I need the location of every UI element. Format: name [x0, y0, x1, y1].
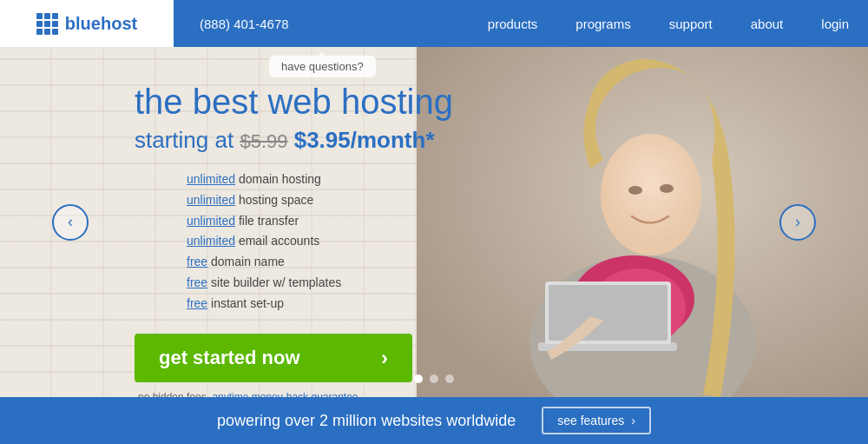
- hero-section: have questions? the best web hosting sta…: [0, 47, 868, 397]
- cta-arrow-icon: ›: [381, 346, 388, 370]
- hero-subheadline: starting at $5.99 $3.95/month*: [135, 127, 560, 154]
- callout-bubble[interactable]: have questions?: [269, 56, 376, 77]
- features-list: unlimited domain hosting unlimited hosti…: [135, 169, 560, 315]
- logo-text: bluehost: [65, 14, 137, 34]
- new-price: $3.95/month*: [294, 127, 435, 153]
- old-price: $5.99: [240, 130, 287, 152]
- feature-2: unlimited hosting space: [187, 190, 560, 211]
- hero-content: the best web hosting starting at $5.99 $…: [135, 82, 560, 397]
- logo-icon: [36, 13, 58, 35]
- guarantee-link[interactable]: anytime money-back guarantee: [212, 391, 358, 397]
- see-features-button[interactable]: see features ›: [542, 407, 651, 434]
- footer-bar: powering over 2 million websites worldwi…: [0, 397, 868, 444]
- feature-4: unlimited email accounts: [187, 231, 560, 252]
- cta-label: get started now: [159, 347, 300, 369]
- feature-3: unlimited file transfer: [187, 211, 560, 232]
- feature-7: free instant set-up: [187, 294, 560, 315]
- footer-tagline: powering over 2 million websites worldwi…: [217, 412, 516, 430]
- svg-rect-10: [549, 285, 667, 341]
- guarantee-text: no hidden fees, anytime money-back guara…: [135, 391, 560, 397]
- feature-5: free domain name: [187, 252, 560, 273]
- dot-3[interactable]: [445, 374, 454, 383]
- get-started-button[interactable]: get started now ›: [135, 334, 412, 382]
- logo-area[interactable]: bluehost: [0, 0, 174, 47]
- nav-programs[interactable]: programs: [556, 0, 649, 47]
- hero-headline: the best web hosting: [135, 82, 560, 122]
- svg-point-5: [601, 134, 701, 255]
- nav-about[interactable]: about: [732, 0, 803, 47]
- nav-login[interactable]: login: [802, 0, 868, 47]
- dot-2[interactable]: [430, 374, 438, 383]
- hero-prev-arrow[interactable]: ‹: [52, 204, 89, 241]
- header: bluehost (888) 401-4678 products program…: [0, 0, 868, 47]
- feature-1: unlimited domain hosting: [187, 169, 560, 190]
- svg-point-7: [660, 184, 674, 193]
- feature-6: free site builder w/ templates: [187, 273, 560, 294]
- main-nav: products programs support about login: [469, 0, 868, 47]
- hero-next-arrow[interactable]: ›: [779, 204, 816, 241]
- nav-support[interactable]: support: [650, 0, 732, 47]
- svg-point-6: [628, 186, 642, 195]
- see-features-arrow-icon: ›: [631, 414, 635, 427]
- hero-pagination-dots: [414, 374, 454, 383]
- phone-number: (888) 401-4678: [174, 17, 315, 31]
- nav-products[interactable]: products: [469, 0, 557, 47]
- dot-1[interactable]: [414, 374, 423, 383]
